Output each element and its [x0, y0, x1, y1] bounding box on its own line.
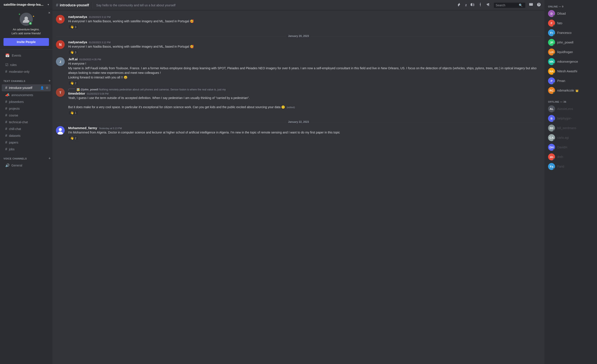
- member-item-liquidhogan[interactable]: LH liquidhogan: [546, 47, 595, 57]
- reaction-wave-nadyanadya2[interactable]: 👋 3: [68, 50, 78, 55]
- channel-item-projects[interactable]: # projects: [2, 105, 51, 112]
- text-channels-header[interactable]: TEXT CHANNELS +: [0, 75, 52, 84]
- member-item-bill[interactable]: BE bill_eerdmans: [546, 123, 595, 133]
- server-header[interactable]: satellite-image-deep-lea... ▾: [0, 0, 52, 9]
- search-input[interactable]: [496, 3, 518, 7]
- channel-item-datasets[interactable]: # datasets: [2, 132, 51, 139]
- member-avatar-john-powell: JP: [548, 39, 555, 46]
- member-item-dnth[interactable]: dn dnth: [546, 152, 595, 162]
- member-name-farid: Farid: [557, 165, 564, 168]
- member-item-mikonvergence[interactable]: MK mikonvergence: [546, 57, 595, 66]
- msg-content-nadyanadya2: nadyanadya 01/20/2023 3:12 PM Hi everyon…: [68, 40, 541, 55]
- member-name-nitesh: Nitesh Awasthi: [557, 70, 577, 73]
- sidebar-item-events[interactable]: 📅 Events: [2, 52, 51, 59]
- member-item-nitesh[interactable]: NA Nitesh Awasthi: [546, 66, 595, 76]
- status-offline-dot-b: [553, 120, 555, 122]
- svg-text:T: T: [59, 91, 61, 94]
- member-avatar-pman: P: [548, 77, 555, 84]
- member-item-davidh[interactable]: DH DavidH: [546, 142, 595, 152]
- member-item-farid[interactable]: Fa Farid: [546, 162, 595, 171]
- nadyanadya-avatar-icon: N: [56, 40, 65, 49]
- status-online-dot-fato: [553, 25, 555, 27]
- voice-channels-header[interactable]: VOICE CHANNELS +: [0, 153, 52, 162]
- channel-item-introduce-youself[interactable]: # introduce-youself 👤 ⚙: [2, 84, 51, 91]
- reaction-wave-mohammed[interactable]: 👋 2: [68, 136, 78, 140]
- channel-item-technical-chat[interactable]: # technical-chat: [2, 119, 51, 125]
- msg-username-timedebtor[interactable]: timedebtor: [68, 92, 85, 95]
- member-avatar-davidh: DH: [548, 144, 555, 151]
- msg-content-jeff: Jeff.ai 01/20/2023 4:35 PM Hi everyone !…: [68, 57, 541, 85]
- member-name-fato: fato: [557, 21, 562, 25]
- msg-header-nadyanadya2: nadyanadya 01/20/2023 3:12 PM: [68, 40, 541, 44]
- avatar-dot-decoration: [19, 14, 20, 15]
- message-group-nadyanadya2: N nadyanadya 01/20/2023 3:12 PM Hi every…: [52, 39, 545, 55]
- add-member-icon[interactable]: 👤: [40, 86, 44, 90]
- invite-people-button[interactable]: Invite People: [3, 38, 49, 46]
- member-name-mikonvergence: mikonvergence: [557, 60, 578, 63]
- msg-username-mohammed[interactable]: Mohammed_farmy: [68, 126, 97, 130]
- member-name-dnth: dnth: [557, 155, 563, 159]
- member-item-fato[interactable]: F fato: [546, 18, 595, 28]
- pin-button[interactable]: [478, 2, 482, 8]
- sidebar-nav: 📅 Events: [0, 50, 52, 61]
- inbox-button[interactable]: [529, 2, 533, 8]
- chill-hash-icon: #: [5, 127, 7, 131]
- member-avatar-liquidhogan: LH: [548, 48, 555, 55]
- member-item-belphygor[interactable]: B belphygor-: [546, 114, 595, 123]
- channel-item-rules[interactable]: ☑ rules: [2, 62, 51, 68]
- rules-channel-icon: ☑: [5, 63, 8, 67]
- member-avatar-farid: Fa: [548, 163, 555, 170]
- add-text-channel-button[interactable]: +: [48, 79, 51, 83]
- text-channels-label: TEXT CHANNELS: [3, 80, 25, 82]
- help-button[interactable]: [537, 2, 541, 8]
- member-item-aussieleos[interactable]: AL AussieLeos: [546, 104, 595, 114]
- search-box[interactable]: 🔍: [494, 3, 525, 8]
- channel-item-jobs[interactable]: # jobs: [2, 146, 51, 153]
- avatar-timedebtor: T: [56, 88, 65, 97]
- channel-item-chill-chat[interactable]: # chill-chat: [2, 126, 51, 132]
- member-item-pman[interactable]: P Pman: [546, 76, 595, 86]
- topbar: # introduce-youself Say hello to the com…: [52, 0, 545, 10]
- msg-username-nadyanadya[interactable]: nadyanadya: [68, 15, 87, 19]
- settings-icon[interactable]: ⚙: [45, 86, 49, 90]
- member-avatar-mikonvergence: MK: [548, 58, 555, 65]
- papers-hash-icon: #: [5, 140, 7, 144]
- member-item-john-powell[interactable]: JP john_powell: [546, 38, 595, 47]
- date-divider-jan22: January 22, 2023: [52, 117, 545, 125]
- add-voice-channel-button[interactable]: +: [48, 156, 51, 161]
- channel-item-moderator-only[interactable]: # moderator-only: [2, 68, 51, 75]
- channel-item-general-voice[interactable]: 🔊 General: [2, 162, 51, 169]
- crown-icon: 👑: [575, 89, 579, 92]
- mute-button[interactable]: [470, 2, 475, 8]
- papers-label: papers: [9, 141, 18, 144]
- member-item-dilsad[interactable]: D Dilsad: [546, 9, 595, 18]
- user-promo-panel: × + An adventure begins. Let's add some …: [0, 9, 52, 50]
- reaction-area-nadyanadya2: 👋 3: [68, 49, 541, 55]
- member-item-carlo[interactable]: CA carlo.agi: [546, 133, 595, 142]
- members-button[interactable]: [486, 2, 490, 8]
- channel-list: ☑ rules # moderator-only TEXT CHANNELS +…: [0, 61, 52, 364]
- close-promo-button[interactable]: ×: [48, 11, 50, 15]
- msg-username-nadyanadya2[interactable]: nadyanadya: [68, 40, 87, 44]
- msg-username-jeff[interactable]: Jeff.ai: [68, 57, 78, 61]
- msg-timestamp-timedebtor: 01/20/2023 5:08 PM: [87, 93, 109, 95]
- channel-item-papers[interactable]: # papers: [2, 139, 51, 146]
- member-item-francesco[interactable]: Fr Francesco: [546, 28, 595, 38]
- events-label: Events: [12, 54, 21, 57]
- reaction-wave-jeff[interactable]: 👋 2: [68, 81, 78, 85]
- threads-button[interactable]: [457, 2, 462, 8]
- topbar-actions: 2 🔍: [457, 2, 541, 8]
- status-online-dot-na: [553, 73, 555, 75]
- channel-item-announcements[interactable]: 📣 announcements: [2, 92, 51, 98]
- msg-timestamp-jeff: 01/20/2023 4:35 PM: [79, 58, 101, 61]
- member-name-aussieleos: AussieLeos: [557, 107, 573, 110]
- msg-text-timedebtor: Yeah, I guess I use the term outside of …: [68, 96, 541, 109]
- jobseekers-hash-icon: #: [5, 100, 7, 104]
- channel-item-course[interactable]: # course: [2, 112, 51, 119]
- channel-item-jobseekers[interactable]: # jobseekers: [2, 99, 51, 105]
- reaction-wave-timedebtor[interactable]: 👋 1: [68, 110, 78, 115]
- reaction-nadyanadya[interactable]: 👋 3: [68, 23, 541, 29]
- member-avatar-bill: BE: [548, 124, 555, 132]
- member-item-robmarkcole[interactable]: RC robmarkcole 👑: [546, 86, 595, 95]
- status-offline-dot-farid: [553, 168, 555, 170]
